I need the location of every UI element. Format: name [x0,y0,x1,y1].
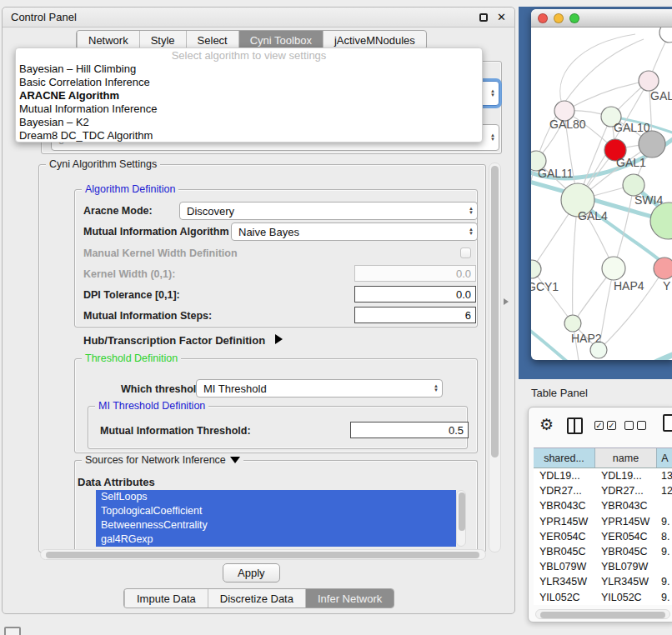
bottom-tab[interactable]: Discretize Data [208,589,305,608]
tab[interactable]: Cyni Toolbox [238,31,323,49]
dpi-tolerance-field[interactable]: 0.0 [354,286,476,302]
table-panel-title: Table Panel [531,387,588,399]
mi-threshold-label: Mutual Information Threshold: [100,425,251,437]
algorithm-option[interactable]: Bayesian – Hill Climbing [16,62,482,76]
network-node[interactable] [602,257,625,280]
network-node[interactable] [531,260,541,278]
algorithm-dropdown-popup: Select algorithm to view settings Bayesi… [15,48,483,142]
data-attributes-label: Data Attributes [78,476,155,488]
aracne-mode-combo[interactable]: Discovery ▲▼ [179,202,478,220]
network-edge [614,185,634,268]
network-node[interactable] [639,71,659,91]
dpi-tolerance-label: DPI Tolerance [0,1]: [83,289,180,301]
gear-icon[interactable]: ⚙ [539,415,554,434]
tab[interactable]: Select [186,31,238,49]
algorithm-option[interactable]: ARACNE Algorithm [16,89,482,102]
table-row[interactable]: YDL19... YDL19... 13 [534,468,672,483]
node-label: GAL1 [616,156,646,169]
column-header[interactable]: A [657,448,672,468]
network-edge [532,269,573,323]
node-label: SWI4 [634,193,663,207]
node-label: GAL4 [578,209,608,222]
network-node[interactable] [654,258,672,279]
sources-group-title[interactable]: Sources for Network Inference [82,454,243,466]
hub-definition-label[interactable]: Hub/Transcription Factor Definition [83,334,283,347]
bottom-tabs: Impute Data Discretize Data Infer Networ… [123,588,394,608]
attributes-scrollbar[interactable] [456,490,466,547]
network-node[interactable] [650,202,672,239]
mi-steps-label: Mutual Information Steps: [83,310,212,322]
table-row[interactable]: YIL052C YIL052C 9. [534,590,672,605]
minimized-panel-icon[interactable] [4,627,21,635]
control-panel-window: Control Panel ✕ Network [2,7,515,614]
table-row[interactable]: YBL079W YBL079W [534,559,672,574]
panel-title: Control Panel [11,11,77,23]
algorithm-option-list: Bayesian – Hill ClimbingBasic Correlatio… [16,62,482,142]
node-label: HAP4 [614,279,644,292]
network-window-titlebar [531,9,672,28]
mi-threshold-field[interactable]: 0.5 [350,422,469,438]
split-divider-arrow-icon[interactable] [504,298,509,305]
document-icon[interactable] [663,414,672,432]
settings-horizontal-scrollbar[interactable] [40,549,486,560]
dropdown-placeholder: Select algorithm to view settings [16,48,482,62]
aracne-mode-label: Aracne Mode: [83,205,153,217]
mi-steps-field[interactable]: 6 [354,307,476,323]
close-icon[interactable]: ✕ [497,13,506,22]
algorithm-definition-title: Algorithm Definition [82,183,178,195]
table-row[interactable]: YLR345W YLR345W 9. [534,574,672,589]
algorithm-option[interactable]: Dream8 DC_TDC Algorithm [16,129,482,142]
table-row[interactable]: YBR043C YBR043C [534,498,672,513]
node-label: GAL [650,89,672,102]
minimize-traffic-light[interactable] [554,13,564,23]
close-traffic-light[interactable] [538,13,548,23]
bottom-tab[interactable]: Impute Data [124,589,208,608]
bottom-tab[interactable]: Infer Network [305,589,394,608]
zoom-traffic-light[interactable] [569,13,579,23]
column-header[interactable]: shared... [534,448,595,468]
network-node[interactable] [564,315,581,332]
network-node[interactable] [659,28,672,42]
collapse-triangle-icon[interactable] [230,457,240,463]
threshold-definition-title: Threshold Definition [82,352,181,364]
float-window-icon[interactable] [479,13,488,22]
column-header[interactable]: name [595,448,657,468]
node-label: GAL10 [614,121,650,134]
cyni-settings-title: Cyni Algorithm Settings [46,158,160,170]
kernel-width-label: Kernel Width (0,1): [83,268,175,280]
manual-kernel-checkbox[interactable] [460,248,471,258]
algorithm-option[interactable]: Mutual Information Inference [16,102,482,116]
mi-threshold-group-title: MI Threshold Definition [95,400,208,412]
attribute-item[interactable]: TopologicalCoefficient [96,504,456,518]
select-all-icon[interactable]: ✓ ✓ [594,421,616,430]
table-row[interactable]: YER054C YER054C 8. [534,529,672,544]
stepper-arrows-icon: ▲▼ [429,384,439,392]
node-label: GCY1 [531,280,559,293]
apply-button[interactable]: Apply [223,563,280,582]
which-threshold-combo[interactable]: MI Threshold ▲▼ [196,379,443,398]
attribute-item[interactable]: gal4RGexp [96,532,456,547]
mi-type-combo[interactable]: Naive Bayes ▲▼ [231,222,478,241]
node-label: GAL11 [538,167,574,180]
attribute-item[interactable]: BetweennessCentrality [96,518,456,532]
tab[interactable]: jActiveMNodules [323,31,426,49]
network-canvas[interactable]: GALGAL80GAL10GAL1GAL11SWI4GAL4GCY1HAP4YH… [531,28,672,360]
table-row[interactable]: YDR27... YDR27... 12 [534,483,672,498]
settings-vertical-scrollbar[interactable] [489,162,501,552]
algorithm-option[interactable]: Bayesian – K2 [16,116,482,129]
table-body: YDL19... YDL19... 13 YDR27... YDR27... 1… [534,468,672,605]
split-columns-icon[interactable] [567,418,583,434]
table-header: shared... name A [534,448,672,468]
table-toolbar: ⚙ ✓ ✓ [529,408,672,446]
table-row[interactable]: YBR045C YBR045C 9. [534,544,672,559]
kernel-width-field[interactable]: 0.0 [354,265,476,282]
table-row[interactable]: YPR145W YPR145W 9. [534,514,672,529]
deselect-all-icon[interactable] [624,421,646,430]
tab[interactable]: Network [77,31,139,49]
tab[interactable]: Style [139,31,186,49]
network-node[interactable] [639,131,665,158]
algorithm-option[interactable]: Basic Correlation Inference [16,76,482,89]
table-horizontal-scrollbar[interactable] [535,609,670,619]
attribute-item[interactable]: SelfLoops [96,490,456,504]
expand-triangle-icon[interactable] [275,334,283,344]
